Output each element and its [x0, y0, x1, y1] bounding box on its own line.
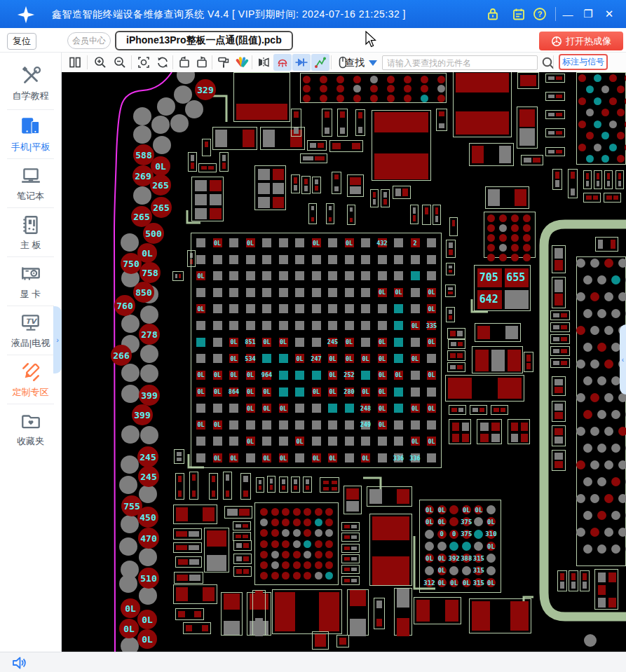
pcb-pad[interactable]: [519, 109, 535, 127]
pcb-pad[interactable]: [499, 146, 511, 163]
main-bga-pad[interactable]: [312, 304, 321, 313]
pcb-pad[interactable]: [491, 350, 505, 371]
test-point-labeled[interactable]: 0L: [137, 610, 157, 629]
main-bga-pad[interactable]: [427, 453, 436, 462]
pcb-ball-pad[interactable]: [590, 528, 599, 537]
main-bga-pad[interactable]: [312, 271, 321, 280]
pcb-pad[interactable]: [402, 188, 408, 196]
pcb-ball-pad[interactable]: [499, 224, 507, 232]
bga7-pad[interactable]: [260, 508, 268, 516]
main-bga-pad[interactable]: [328, 238, 337, 247]
pcb-pad[interactable]: [189, 559, 199, 565]
pcb-pad[interactable]: [306, 479, 309, 484]
pcb-pad[interactable]: [451, 408, 457, 412]
pcb-pad[interactable]: [255, 591, 263, 607]
pcb-pad[interactable]: [554, 404, 563, 411]
main-bga-pad[interactable]: [196, 453, 205, 462]
pcb-pad[interactable]: [511, 423, 518, 431]
main-bga-pad[interactable]: [345, 271, 354, 280]
pcb-pad[interactable]: [226, 474, 229, 481]
pcb-pad[interactable]: [597, 173, 599, 179]
test-point-labeled[interactable]: 760: [114, 295, 135, 316]
pcb-chip[interactable]: [233, 554, 252, 564]
pcb-chip[interactable]: [341, 576, 360, 585]
pcb-ball-pad[interactable]: [590, 326, 599, 335]
main-bga-pad[interactable]: [229, 238, 238, 247]
rightpanel-expand-flap[interactable]: ‹: [620, 324, 626, 395]
main-bga-pad[interactable]: [229, 437, 238, 446]
pcb-ball-pad[interactable]: [576, 393, 585, 402]
pcb-chip[interactable]: [174, 449, 184, 464]
pcb-component[interactable]: [320, 477, 339, 493]
pcb-pad[interactable]: [346, 501, 359, 512]
search-input[interactable]: [382, 55, 538, 70]
pcb-pad[interactable]: [505, 290, 529, 309]
bga7-pad[interactable]: [325, 551, 333, 558]
pcb-pad[interactable]: [472, 146, 484, 163]
pcb-ball-pad[interactable]: [320, 76, 327, 83]
pcb-ball-pad[interactable]: [604, 292, 613, 301]
pcb-chip[interactable]: [174, 572, 203, 584]
pcb-pad[interactable]: [554, 412, 563, 419]
pcb-pad[interactable]: [374, 112, 428, 132]
bga7-pad[interactable]: [260, 551, 268, 558]
bga7-pad[interactable]: [271, 572, 279, 580]
pcb-pad[interactable]: [449, 315, 452, 320]
main-bga-pad[interactable]: [328, 304, 337, 313]
pcb-pad[interactable]: [561, 349, 567, 353]
pcb-pad[interactable]: [236, 569, 242, 574]
main-bga-pad[interactable]: [279, 271, 288, 280]
pcb-pad[interactable]: [243, 569, 249, 574]
pcb-pad[interactable]: [450, 365, 456, 369]
test-point-labeled[interactable]: 399: [132, 404, 153, 425]
main-bga-pad[interactable]: [279, 255, 288, 264]
main-bga-pad[interactable]: [295, 338, 304, 347]
pcb-chip[interactable]: [224, 506, 252, 519]
pcb-pad[interactable]: [598, 585, 606, 595]
pcb-pad[interactable]: [586, 173, 589, 179]
pcb-pad[interactable]: [608, 572, 616, 582]
bga7-pad[interactable]: [315, 551, 322, 558]
pcb-pad[interactable]: [315, 156, 325, 160]
main-bga-pad[interactable]: [196, 404, 205, 413]
ballgrid-pad[interactable]: [486, 566, 496, 575]
pcb-pad[interactable]: [258, 169, 270, 180]
pcb-pad[interactable]: [439, 123, 444, 128]
main-bga-pad[interactable]: [378, 453, 387, 462]
main-bga-pad[interactable]: [246, 271, 255, 280]
pcb-pad[interactable]: [554, 437, 563, 444]
pcb-pad[interactable]: [586, 181, 589, 187]
main-bga-pad[interactable]: [229, 321, 238, 330]
test-point-labeled[interactable]: 758: [140, 262, 161, 283]
pcb-pad[interactable]: [583, 582, 587, 589]
main-bga-pad[interactable]: [229, 255, 238, 264]
main-bga-pad[interactable]: [279, 238, 288, 247]
pcb-pad[interactable]: [554, 387, 563, 393]
ballgrid-pad[interactable]: [449, 566, 458, 575]
sidebar-item-laptop[interactable]: 笔记本: [0, 160, 61, 207]
pcb-pad[interactable]: [259, 486, 261, 490]
main-bga-pad[interactable]: [246, 304, 255, 313]
bga7-pad[interactable]: [315, 561, 322, 569]
pcb-pad[interactable]: [210, 194, 222, 205]
test-point-labeled[interactable]: 750: [121, 253, 142, 274]
pcb-pad[interactable]: [462, 434, 469, 442]
pcb-ball-pad[interactable]: [583, 477, 592, 486]
test-point[interactable]: [139, 587, 157, 605]
pcb-ball-pad[interactable]: [353, 76, 361, 83]
pcb-pad[interactable]: [449, 249, 453, 255]
pcb-ball-pad[interactable]: [597, 511, 606, 520]
pcb-ball-pad[interactable]: [597, 410, 606, 419]
pcb-component[interactable]: [508, 419, 530, 444]
pcb-pad[interactable]: [526, 363, 531, 370]
pcb-ball-pad[interactable]: [511, 234, 519, 242]
pcb-chip[interactable]: [183, 622, 211, 634]
pcb-chip[interactable]: [341, 544, 360, 553]
main-bga-pad[interactable]: [345, 404, 354, 413]
pcb-chip[interactable]: [173, 505, 217, 524]
pcb-pad[interactable]: [521, 434, 528, 442]
pcb-ball-pad[interactable]: [387, 85, 395, 92]
pcb-pad[interactable]: [259, 480, 261, 484]
pcb-pad[interactable]: [236, 104, 287, 120]
pcb-pad[interactable]: [472, 601, 490, 631]
